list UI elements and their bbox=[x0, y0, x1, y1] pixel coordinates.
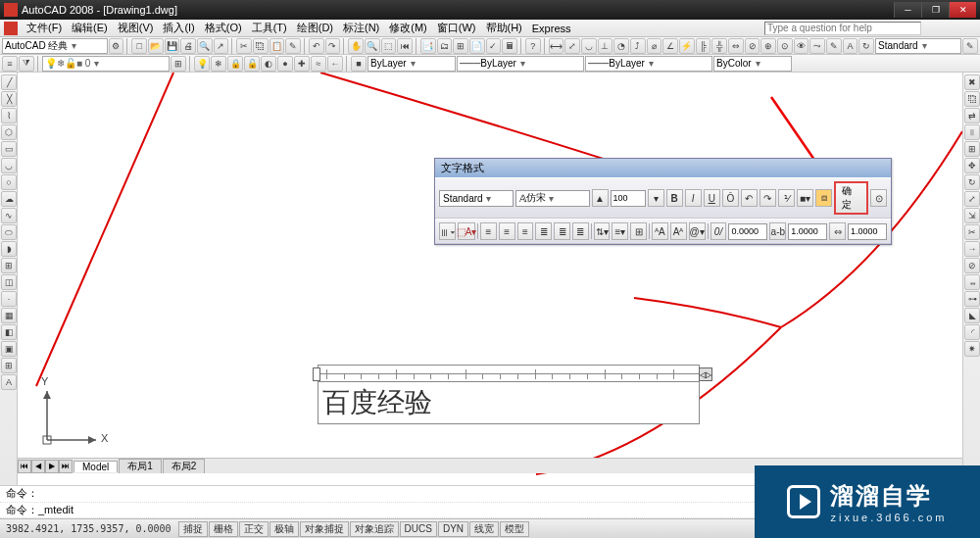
layer-props-icon[interactable]: ≡ bbox=[2, 56, 18, 72]
dim-break-icon[interactable]: ⊘ bbox=[745, 38, 760, 54]
oblique-input[interactable] bbox=[728, 223, 767, 240]
layer-states-icon[interactable]: ⊞ bbox=[171, 56, 186, 72]
dim-quick-icon[interactable]: ⚡ bbox=[679, 38, 695, 54]
help-icon[interactable]: ? bbox=[525, 38, 541, 54]
underline-button[interactable]: U bbox=[704, 189, 720, 207]
mtext-inplace-editor[interactable]: ◁▷ 百度经验 bbox=[318, 365, 700, 424]
arc-icon[interactable]: ◡ bbox=[1, 158, 17, 173]
gradient-icon[interactable]: ◧ bbox=[1, 324, 17, 340]
tracking-input[interactable] bbox=[788, 223, 827, 240]
layer-freeze-icon[interactable]: ❄ bbox=[211, 56, 226, 72]
center-icon[interactable]: ⊙ bbox=[777, 38, 793, 54]
chevron-down-icon[interactable]: ▾ bbox=[648, 189, 664, 207]
calc-icon[interactable]: 🖩 bbox=[502, 38, 517, 54]
dim-arc-icon[interactable]: ◡ bbox=[581, 38, 597, 54]
justify-tc-icon[interactable]: ≡ bbox=[499, 222, 515, 240]
window-maximize-button[interactable]: ❐ bbox=[921, 2, 949, 18]
zoom-prev-icon[interactable]: ⏮ bbox=[397, 38, 413, 54]
plot-icon[interactable]: 🖨 bbox=[180, 38, 196, 54]
dim-jog-lin-icon[interactable]: ⤳ bbox=[809, 38, 825, 54]
grid-button[interactable]: 栅格 bbox=[209, 521, 238, 537]
polygon-icon[interactable]: ⬡ bbox=[1, 124, 17, 140]
ellipse-icon[interactable]: ⬭ bbox=[1, 224, 17, 240]
dim-ang-icon[interactable]: ∠ bbox=[662, 38, 678, 54]
stretch-icon[interactable]: ⇲ bbox=[964, 208, 980, 223]
tab-layout1[interactable]: 布局1 bbox=[119, 459, 162, 473]
widthfactor-icon[interactable]: ⇔ bbox=[829, 222, 846, 240]
italic-button[interactable]: I bbox=[685, 189, 702, 207]
window-close-button[interactable]: ✕ bbox=[949, 2, 976, 18]
menu-insert[interactable]: 插入(I) bbox=[158, 21, 199, 35]
mirror-icon[interactable]: ⇄ bbox=[964, 108, 980, 123]
workspace-combo[interactable]: AutoCAD 经典 bbox=[2, 38, 108, 54]
zoom-rt-icon[interactable]: 🔍 bbox=[365, 38, 380, 54]
osnap-button[interactable]: 对象捕捉 bbox=[300, 521, 349, 537]
tab-first-icon[interactable]: ⏮ bbox=[18, 460, 31, 473]
menu-modify[interactable]: 修改(M) bbox=[384, 21, 432, 35]
justify-mr-icon[interactable]: ≣ bbox=[572, 222, 589, 240]
linetype-combo[interactable]: ─── ByLayer bbox=[457, 56, 584, 72]
tab-next-icon[interactable]: ▶ bbox=[45, 460, 59, 473]
columns-icon[interactable]: ⫼▾ bbox=[439, 222, 456, 240]
join-icon[interactable]: ⊶ bbox=[964, 291, 980, 307]
ellipse-arc-icon[interactable]: ◗ bbox=[1, 241, 17, 257]
bold-button[interactable]: B bbox=[666, 189, 683, 207]
lineweight-combo[interactable]: ─── ByLayer bbox=[585, 56, 712, 72]
menu-dim[interactable]: 标注(N) bbox=[338, 21, 384, 35]
revcloud-icon[interactable]: ☁ bbox=[1, 191, 17, 207]
ruler-left-handle[interactable] bbox=[313, 367, 320, 381]
menu-edit[interactable]: 编辑(E) bbox=[67, 21, 113, 35]
publish-icon[interactable]: ↗ bbox=[214, 38, 229, 54]
dim-tedit-icon[interactable]: A bbox=[843, 38, 858, 54]
dim-cont-icon[interactable]: ╬ bbox=[711, 38, 727, 54]
ruler-right-handle[interactable]: ◁▷ bbox=[699, 367, 712, 381]
text-height-input[interactable] bbox=[611, 190, 646, 207]
menu-format[interactable]: 格式(O) bbox=[200, 21, 247, 35]
markup-icon[interactable]: ✓ bbox=[486, 38, 502, 54]
color-swatch-icon[interactable]: ■ bbox=[351, 56, 367, 72]
dim-inspect-icon[interactable]: 👁 bbox=[794, 38, 809, 54]
layer-match-icon[interactable]: ≈ bbox=[311, 56, 326, 72]
layer-combo[interactable]: 💡❄🔓■ 0 bbox=[42, 56, 170, 72]
uppercase-icon[interactable]: ᴬA bbox=[652, 222, 668, 240]
dim-space-icon[interactable]: ⇔ bbox=[728, 38, 744, 54]
mtext-ruler[interactable]: ◁▷ bbox=[318, 365, 700, 382]
symbol-icon[interactable]: @▾ bbox=[689, 222, 706, 240]
dim-jog-icon[interactable]: ⤴ bbox=[630, 38, 646, 54]
overline-button[interactable]: Ō bbox=[722, 189, 739, 207]
pan-icon[interactable]: ✋ bbox=[348, 38, 364, 54]
tracking-icon[interactable]: a-b bbox=[769, 222, 786, 240]
menu-express[interactable]: Express bbox=[527, 23, 576, 34]
snap-button[interactable]: 捕捉 bbox=[178, 521, 208, 537]
menu-tools[interactable]: 工具(T) bbox=[247, 21, 292, 35]
break-icon[interactable]: ⏛ bbox=[964, 274, 980, 290]
layer-off-icon[interactable]: 💡 bbox=[194, 56, 210, 72]
trim-icon[interactable]: ✂ bbox=[964, 224, 980, 240]
ruler-icon[interactable]: ⧈ bbox=[815, 189, 832, 207]
model-button[interactable]: 模型 bbox=[500, 521, 529, 537]
xline-icon[interactable]: ╳ bbox=[1, 91, 17, 107]
block-icon[interactable]: ◫ bbox=[1, 274, 17, 290]
polar-button[interactable]: 极轴 bbox=[270, 521, 299, 537]
stack-icon[interactable]: ⅟ bbox=[778, 189, 795, 207]
dim-radius-icon[interactable]: ◔ bbox=[613, 38, 629, 54]
array-icon[interactable]: ⊞ bbox=[964, 141, 980, 157]
dim-diam-icon[interactable]: ⌀ bbox=[647, 38, 662, 54]
ssm-icon[interactable]: 📄 bbox=[469, 38, 485, 54]
otrack-button[interactable]: 对象追踪 bbox=[350, 521, 399, 537]
mtext-align-icon[interactable]: ⬚A▾ bbox=[458, 222, 475, 240]
color-combo[interactable]: ByLayer bbox=[368, 56, 456, 72]
menu-draw[interactable]: 绘图(D) bbox=[292, 21, 338, 35]
explode-icon[interactable]: ✷ bbox=[964, 341, 980, 357]
lowercase-icon[interactable]: Aᴬ bbox=[670, 222, 687, 240]
rotate-icon[interactable]: ↻ bbox=[964, 174, 980, 190]
linespace-icon[interactable]: ⇅▾ bbox=[594, 222, 611, 240]
oblique-icon[interactable]: 0/ bbox=[710, 222, 727, 240]
copy-obj-icon[interactable]: ⿻ bbox=[964, 91, 980, 107]
scale-icon[interactable]: ⤢ bbox=[964, 191, 980, 207]
dim-update-icon[interactable]: ↻ bbox=[858, 38, 874, 54]
tab-model[interactable]: Model bbox=[74, 461, 118, 472]
width-input[interactable] bbox=[848, 223, 887, 240]
properties-icon[interactable]: 📑 bbox=[420, 38, 436, 54]
extend-icon[interactable]: → bbox=[964, 241, 980, 257]
